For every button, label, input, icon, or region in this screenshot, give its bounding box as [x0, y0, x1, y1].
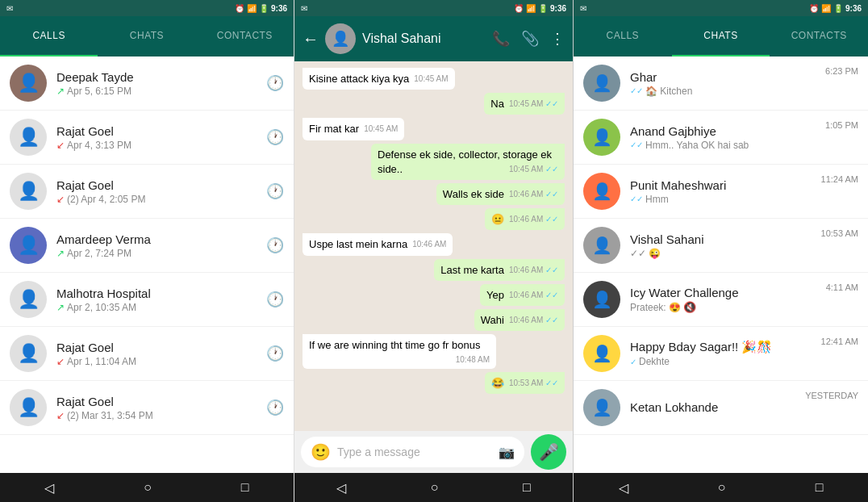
tabs-nav-left: CALLS CHATS CONTACTS [0, 16, 294, 56]
chat-list-item[interactable]: 👤 Punit Maheshwari ✓✓ Hmm 11:24 AM [574, 165, 868, 219]
call-clock-icon[interactable]: 🕐 [266, 128, 284, 146]
call-info: Amardeep Verma ↗ Apr 2, 7:24 PM [56, 232, 266, 259]
chat-avatar: 👤 [583, 65, 620, 102]
back-button-left[interactable]: ◁ [44, 480, 54, 496]
emoji-icon[interactable]: 🙂 [311, 442, 331, 462]
android-nav-right: ◁ ○ □ [574, 473, 868, 502]
chat-time: 1:05 PM [825, 119, 858, 130]
chat-preview-text: Hmm.. Yaha OK hai sab [645, 140, 749, 151]
home-button-left[interactable]: ○ [144, 480, 152, 495]
camera-icon[interactable]: 📷 [499, 445, 515, 460]
chat-name: Happy Bday Sagar!! 🎉🎊 [630, 340, 815, 354]
time-display-mid: 9:36 [550, 4, 566, 13]
chat-preview-text: 🏠 Kitchen [645, 86, 692, 97]
mic-icon: 🎤 [539, 442, 559, 462]
phone-icon[interactable]: 📞 [492, 30, 510, 48]
tab-contacts-right[interactable]: CONTACTS [770, 16, 868, 56]
chat-ticks: ✓✓ [630, 195, 643, 203]
chat-header-icons: 📞 📎 ⋮ [492, 30, 565, 48]
message-text: 😐 [491, 213, 504, 225]
back-button-right[interactable]: ◁ [619, 480, 628, 496]
home-button-mid[interactable]: ○ [431, 480, 439, 495]
chat-list-item[interactable]: 👤 Happy Bday Sagar!! 🎉🎊 ✓ Dekhte 12:41 A… [574, 327, 868, 381]
message-text: Fir mat kar [309, 123, 359, 135]
message-ticks: ✓✓ [545, 165, 558, 174]
call-clock-icon[interactable]: 🕐 [266, 236, 284, 254]
call-item[interactable]: 👤 Rajat Goel ↙ (2) Apr 4, 2:05 PM 🕐 [0, 165, 294, 219]
tab-chats-right[interactable]: CHATS [672, 16, 770, 56]
call-item[interactable]: 👤 Rajat Goel ↙ Apr 1, 11:04 AM 🕐 [0, 327, 294, 381]
message-time: 10:46 AM ✓✓ [509, 265, 558, 276]
chat-list-item[interactable]: 👤 Vishal Sahani ✓✓ 😜 10:53 AM [574, 219, 868, 273]
call-date: (2) Mar 31, 3:54 PM [67, 410, 153, 421]
chat-name: Punit Maheshwari [630, 178, 815, 192]
call-item[interactable]: 👤 Amardeep Verma ↗ Apr 2, 7:24 PM 🕐 [0, 219, 294, 273]
chat-time: 10:53 AM [821, 227, 858, 238]
message-bubble: Yep 10:46 AM ✓✓ [480, 284, 565, 306]
message-bubble: Kisine attack kiya kya 10:45 AM [303, 68, 455, 90]
chat-list-item[interactable]: 👤 Ghar ✓✓ 🏠 Kitchen 6:23 PM [574, 56, 868, 111]
message-bubble: Wahi 10:46 AM ✓✓ [474, 309, 565, 331]
attachment-icon[interactable]: 📎 [521, 30, 539, 48]
message-bubble: Last me karta 10:46 AM ✓✓ [434, 259, 565, 281]
chat-preview-text: Prateek: 😍 [630, 302, 681, 313]
mute-icon: 🔇 [683, 301, 696, 313]
call-clock-icon[interactable]: 🕐 [266, 182, 284, 200]
tab-chats-left[interactable]: CHATS [98, 16, 195, 56]
call-time: ↗ Apr 5, 6:15 PM [56, 86, 266, 97]
message-time: 10:45 AM [414, 73, 448, 85]
battery-icon-mid: 🔋 [538, 4, 548, 13]
android-nav-middle: ◁ ○ □ [294, 473, 573, 502]
message-time: 10:53 AM ✓✓ [509, 378, 558, 389]
chat-name: Ghar [630, 70, 819, 84]
recent-button-left[interactable]: □ [241, 480, 249, 495]
tab-calls-right[interactable]: CALLS [574, 16, 672, 56]
back-button-mid[interactable]: ◁ [336, 480, 346, 496]
back-arrow[interactable]: ← [303, 30, 319, 48]
call-item[interactable]: 👤 Rajat Goel ↙ (2) Mar 31, 3:54 PM 🕐 [0, 381, 294, 435]
chat-info: Ketan Lokhande [630, 400, 799, 416]
call-avatar: 👤 [10, 65, 47, 102]
message-text: 😂 [491, 377, 504, 389]
chat-info: Icy Water Challenge Prateek: 😍 🔇 [630, 286, 820, 313]
message-time: 10:46 AM ✓✓ [509, 189, 558, 200]
call-clock-icon[interactable]: 🕐 [266, 399, 284, 416]
chat-info: Happy Bday Sagar!! 🎉🎊 ✓ Dekhte [630, 340, 815, 367]
chat-preview: ✓✓ 🏠 Kitchen [630, 86, 819, 97]
call-name: Rajat Goel [56, 395, 266, 408]
alarm-icon-mid: ⏰ [514, 4, 524, 13]
call-clock-icon[interactable]: 🕐 [266, 291, 284, 308]
call-date: Apr 2, 7:24 PM [67, 248, 131, 259]
call-time: ↗ Apr 2, 7:24 PM [56, 248, 266, 259]
recent-button-mid[interactable]: □ [523, 480, 531, 495]
avatar-icon: 👤 [592, 73, 612, 93]
chat-time: 4:11 AM [826, 281, 858, 292]
message-time: 10:45 AM ✓✓ [509, 98, 558, 110]
alarm-icon-right: ⏰ [809, 4, 819, 13]
call-item[interactable]: 👤 Malhotra Hospital ↗ Apr 2, 10:35 AM 🕐 [0, 273, 294, 327]
call-item[interactable]: 👤 Rajat Goel ↙ Apr 4, 3:13 PM 🕐 [0, 111, 294, 165]
call-clock-icon[interactable]: 🕐 [266, 345, 284, 362]
message-text: Yep [486, 289, 504, 301]
message-input-box: 🙂 Type a message 📷 [301, 437, 524, 467]
tab-calls-left[interactable]: CALLS [0, 16, 98, 56]
recent-button-right[interactable]: □ [816, 480, 824, 495]
tab-contacts-left[interactable]: CONTACTS [196, 16, 294, 56]
chat-list-item[interactable]: 👤 Anand Gajbhiye ✓✓ Hmm.. Yaha OK hai sa… [574, 111, 868, 165]
call-item[interactable]: 👤 Deepak Tayde ↗ Apr 5, 6:15 PM 🕐 [0, 56, 294, 111]
chat-time: 11:24 AM [821, 173, 858, 184]
more-icon[interactable]: ⋮ [550, 30, 565, 48]
mic-button[interactable]: 🎤 [531, 434, 566, 470]
status-icons-right: ✉ [580, 4, 586, 13]
message-placeholder[interactable]: Type a message [337, 446, 492, 458]
notification-icon-mid: ✉ [301, 4, 307, 13]
home-button-right[interactable]: ○ [718, 480, 726, 495]
call-clock-icon[interactable]: 🕐 [266, 74, 284, 92]
chat-list-item[interactable]: 👤 Ketan Lokhande YESTERDAY [574, 381, 868, 435]
chat-list-item[interactable]: 👤 Icy Water Challenge Prateek: 😍 🔇 4:11 … [574, 273, 868, 327]
chat-preview: ✓✓ Hmm.. Yaha OK hai sab [630, 140, 819, 151]
chat-contact-name[interactable]: Vishal Sahani [362, 31, 486, 46]
battery-icon-right: 🔋 [833, 4, 843, 13]
time-right: ⏰ 📶 🔋 9:36 [809, 4, 862, 13]
chat-preview-text: ✓✓ 😜 [630, 248, 661, 259]
